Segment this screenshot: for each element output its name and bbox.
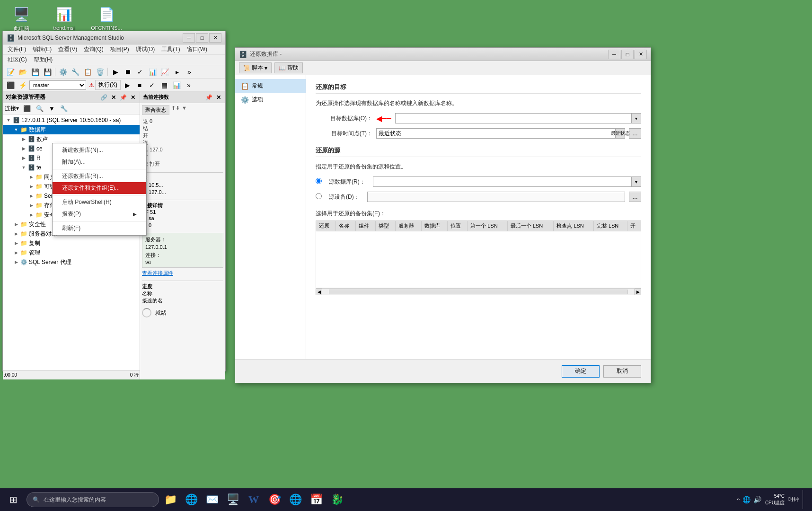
ctx-reports[interactable]: 报表(P) ▶ xyxy=(53,208,146,220)
desktop-icon-trend[interactable]: 📊 trend.msi xyxy=(47,5,80,32)
source-db-dropdown[interactable]: ▾ xyxy=(631,177,641,186)
ssms-minimize-btn[interactable]: ─ xyxy=(183,33,195,43)
desktop-icon-computer[interactable]: 🖥️ 此电脑 xyxy=(5,5,38,32)
taskbar-app-dell[interactable]: 🖥️ xyxy=(223,490,242,509)
oe-connect-btn[interactable]: 🔗 xyxy=(99,94,109,101)
scroll-track[interactable] xyxy=(329,290,628,294)
toolbar-new-query[interactable]: 📝 xyxy=(5,67,16,77)
taskbar-app-edge[interactable]: 🌐 xyxy=(182,490,201,509)
nav-options[interactable]: ⚙️ 选项 xyxy=(235,93,306,106)
toolbar2-run[interactable]: ▶ xyxy=(122,80,133,90)
toolbar-more[interactable]: » xyxy=(184,67,195,77)
tree-databases[interactable]: ▼ 📁 数据库 xyxy=(3,125,140,134)
toolbar-btn10[interactable]: 📊 xyxy=(147,67,158,77)
oe-close-btn[interactable]: ✕ xyxy=(129,94,137,101)
restore-maximize-btn[interactable]: □ xyxy=(621,50,634,59)
source-db-input[interactable] xyxy=(373,177,631,186)
toolbar-save[interactable]: 💾 xyxy=(29,67,41,77)
restore-minimize-btn[interactable]: ─ xyxy=(608,50,620,59)
toolbar-btn6[interactable]: 🗑️ xyxy=(94,67,106,77)
menu-edit[interactable]: 编辑(E) xyxy=(30,44,54,54)
start-button[interactable]: ⊞ xyxy=(2,488,25,511)
tree-db1[interactable]: ▶ 🗄️ 数卢 xyxy=(3,134,140,144)
taskbar-app-mail[interactable]: ✉️ xyxy=(203,490,221,509)
menu-project[interactable]: 项目(P) xyxy=(107,44,132,54)
taskbar-app-explorer[interactable]: 📁 xyxy=(161,490,180,509)
table-h-scrollbar[interactable]: ◀ ▶ xyxy=(316,288,641,295)
source-db-combo[interactable]: ▾ xyxy=(373,176,641,187)
restore-close-btn[interactable]: ✕ xyxy=(635,50,647,59)
target-db-combo[interactable]: ▾ xyxy=(395,113,641,123)
toolbar-btn5[interactable]: 📋 xyxy=(82,67,93,77)
toolbar-open[interactable]: 📂 xyxy=(17,67,28,77)
oe-btn3[interactable]: 🔧 xyxy=(58,104,70,113)
target-time-browse-btn[interactable]: … xyxy=(629,128,641,139)
menu-view[interactable]: 查看(V) xyxy=(55,44,80,54)
execute-btn[interactable]: 执行(X) xyxy=(95,80,121,90)
menu-tools[interactable]: 工具(T) xyxy=(159,44,183,54)
cancel-btn[interactable]: 取消 xyxy=(603,365,641,378)
source-device-combo[interactable] xyxy=(367,192,625,202)
ssms-maximize-btn[interactable]: □ xyxy=(196,33,208,43)
menu-query[interactable]: 查询(Q) xyxy=(81,44,106,54)
scroll-right-btn[interactable]: ▶ xyxy=(635,289,641,295)
tray-network[interactable]: 🌐 xyxy=(742,496,750,503)
source-device-browse-btn[interactable]: … xyxy=(629,192,641,202)
ok-btn[interactable]: 确定 xyxy=(562,365,600,378)
activity-filter-icon[interactable]: ▼ xyxy=(182,105,187,115)
db-selector[interactable]: master xyxy=(29,80,86,90)
activity-sort-icon[interactable]: ⬆⬇ xyxy=(171,105,180,115)
taskbar-search[interactable]: 🔍 在这里输入您搜索的内容 xyxy=(26,492,159,507)
help-btn[interactable]: 📖 帮助 xyxy=(274,62,303,73)
toolbar2-btn1[interactable]: ⬛ xyxy=(5,80,16,90)
scroll-left-btn[interactable]: ◀ xyxy=(316,289,322,295)
target-db-input[interactable] xyxy=(396,114,631,123)
desktop-icon-ofcntins[interactable]: 📄 OFCNTINS... xyxy=(90,5,123,32)
nav-general[interactable]: 📋 常规 xyxy=(235,79,306,93)
ctx-powershell[interactable]: 启动 PowerShell(H) xyxy=(53,196,146,208)
clock-display[interactable]: 时钟 xyxy=(788,496,799,503)
target-db-dropdown[interactable]: ▾ xyxy=(631,114,641,123)
toolbar2-stop[interactable]: ■ xyxy=(134,80,145,90)
menu-debug[interactable]: 调试(D) xyxy=(133,44,158,54)
menu-file[interactable]: 文件(F) xyxy=(5,44,29,54)
taskbar-app-game[interactable]: 🎯 xyxy=(265,490,284,509)
ctx-new-db[interactable]: 新建数据库(N)... xyxy=(53,144,146,156)
script-btn[interactable]: 📜 脚本 ▾ xyxy=(239,62,272,73)
toolbar2-check[interactable]: ✓ xyxy=(146,80,158,90)
toolbar-save-all[interactable]: 💾 xyxy=(42,67,53,77)
oe-btn1[interactable]: ⬛ xyxy=(21,104,33,113)
toolbar2-more[interactable]: » xyxy=(183,80,194,90)
tree-replication[interactable]: ▶ 📁 复制 xyxy=(3,238,140,248)
oe-pin-btn[interactable]: 📌 xyxy=(118,94,128,101)
tree-sql-agent[interactable]: ▶ ⚙️ SQL Server 代理 xyxy=(3,257,140,267)
tray-arrow[interactable]: ^ xyxy=(737,497,740,502)
sql-close[interactable]: ✕ xyxy=(215,94,222,101)
tree-server[interactable]: ▼ 🗄️ 127.0.0.1 (SQL Server 10.50.1600 - … xyxy=(3,115,140,125)
toolbar-btn9[interactable]: ✓ xyxy=(134,67,146,77)
tree-management[interactable]: ▶ 📁 管理 xyxy=(3,248,140,257)
oe-filter-btn[interactable]: ▼ xyxy=(47,104,57,113)
toolbar-btn12[interactable]: ▸ xyxy=(171,67,183,77)
target-time-combo[interactable]: 最近状态 xyxy=(376,128,625,139)
tray-volume[interactable]: 🔊 xyxy=(753,496,761,503)
toolbar2-grid[interactable]: ▦ xyxy=(159,80,170,90)
source-db-radio[interactable] xyxy=(316,178,322,184)
activity-tab[interactable]: 聚合状态 xyxy=(142,105,169,115)
check-props-link[interactable]: 查看连接属性 xyxy=(142,270,223,277)
taskbar-app-browser[interactable]: 🌐 xyxy=(286,490,305,509)
sql-pin[interactable]: 📌 xyxy=(204,94,214,101)
ctx-restore-files[interactable]: 还原文件和文件组(E)... xyxy=(53,182,146,194)
toolbar-btn3[interactable]: ⚙️ xyxy=(57,67,69,77)
taskbar-app-word[interactable]: W xyxy=(244,490,263,509)
toolbar-btn7[interactable]: ▶ xyxy=(110,67,121,77)
oe-disconnect-btn[interactable]: ✕ xyxy=(110,94,117,101)
ssms-close-btn[interactable]: ✕ xyxy=(209,33,221,43)
menu-window[interactable]: 窗口(W) xyxy=(184,44,210,54)
ctx-refresh[interactable]: 刷新(F) xyxy=(53,222,146,234)
ctx-restore-db[interactable]: 还原数据库(R)... xyxy=(53,170,146,182)
toolbar2-chart[interactable]: 📊 xyxy=(171,80,182,90)
taskbar-app-calendar[interactable]: 📅 xyxy=(307,490,326,509)
source-device-input[interactable] xyxy=(368,192,625,202)
toolbar-btn11[interactable]: 📈 xyxy=(159,67,170,77)
